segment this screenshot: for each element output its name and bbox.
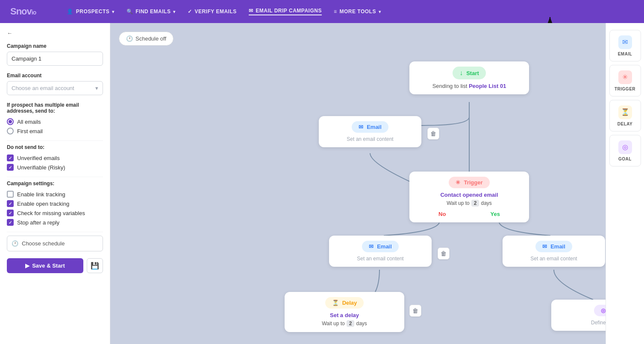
panel-delay[interactable]: ⏳ DELAY: [609, 100, 641, 131]
panel-email[interactable]: ✉ EMAIL: [609, 30, 641, 61]
email1-header: ✉ Email: [352, 121, 388, 133]
email2-subtext: Set an email content: [336, 256, 425, 262]
start-title: Start: [466, 70, 479, 76]
start-subtext: Sending to list People List 01: [416, 83, 522, 89]
sending-to-text: Sending to list: [432, 83, 468, 89]
email-node-1[interactable]: ✉ Email Set an email content: [319, 116, 421, 147]
sidebar: ← Campaign name Email account Choose an …: [0, 23, 110, 344]
divider-3: [7, 232, 103, 232]
missing-vars-checkbox[interactable]: ✓: [7, 210, 14, 216]
delete-email2-button[interactable]: 🗑: [438, 248, 450, 259]
all-emails-radio[interactable]: [7, 118, 14, 125]
do-not-send-title: Do not send to:: [7, 144, 103, 150]
delete-delay-button[interactable]: 🗑: [409, 305, 421, 317]
delay-wait: Wait up to 2 days: [291, 320, 397, 327]
back-arrow-icon: ←: [7, 30, 12, 36]
trigger-header: ✳ Trigger: [449, 177, 489, 188]
all-emails-label: All emails: [17, 119, 41, 125]
start-node[interactable]: ↓ Start Sending to list People List 01: [409, 61, 529, 94]
first-email-label: First email: [17, 128, 43, 134]
link-tracking-checkbox[interactable]: [7, 191, 14, 198]
trigger-node[interactable]: ✳ Trigger Contact opened email Wait up t…: [409, 172, 529, 222]
nav-prospects-label: PROSPECTS: [76, 9, 110, 15]
delay-node[interactable]: ⏳ Delay Set a delay Wait up to 2 days: [285, 292, 404, 332]
schedule-label: Choose schedule: [22, 240, 65, 247]
email1-subtext: Set an email content: [326, 136, 415, 142]
trigger-branches: No Yes: [416, 211, 522, 217]
stop-reply-checkbox[interactable]: ✓: [7, 219, 14, 226]
play-icon: ▶: [25, 262, 29, 269]
stop-reply-option[interactable]: ✓ Stop after a reply: [7, 219, 103, 226]
goal-node[interactable]: ◎ Goal Define goal name: [551, 300, 606, 331]
nav-drip-campaigns[interactable]: ✉ EMAIL DRIP CAMPAIGNS: [249, 8, 322, 15]
delay-title: Set a delay: [291, 312, 397, 318]
email-node-2[interactable]: ✉ Email Set an email content: [329, 236, 432, 267]
divider-2: [7, 177, 103, 177]
campaign-settings-title: Campaign settings:: [7, 181, 103, 187]
panel-trigger[interactable]: ✳ TRIGGER: [609, 65, 641, 96]
goal-subtext: Define goal name: [558, 320, 606, 326]
unverifiable-option[interactable]: ✓ Unverifiable (Risky): [7, 164, 103, 171]
panel-trigger-label: TRIGGER: [615, 87, 635, 91]
wait-days: 2: [471, 200, 479, 207]
campaign-name-input[interactable]: [7, 52, 103, 66]
email-icon: ✉: [249, 8, 253, 14]
do-not-send-options: ✓ Unverified emails ✓ Unverifiable (Risk…: [7, 155, 103, 171]
first-email-option[interactable]: First email: [7, 128, 103, 134]
email2-header: ✉ Email: [362, 241, 399, 252]
check-icon: ✓: [188, 9, 192, 15]
unverified-option[interactable]: ✓ Unverified emails: [7, 155, 103, 161]
email3-subtext: Set an email content: [509, 256, 598, 262]
nav-find-emails[interactable]: 🔍 FIND EMAILS ▾: [126, 8, 176, 15]
email-node-3[interactable]: ✉ Email Set an email content: [503, 236, 605, 267]
all-emails-option[interactable]: All emails: [7, 118, 103, 125]
campaign-name-label: Campaign name: [7, 43, 103, 49]
main-layout: ← Campaign name Email account Choose an …: [0, 23, 644, 344]
save-start-button[interactable]: ▶ Save & Start: [7, 258, 83, 273]
unverifiable-checkbox[interactable]: ✓: [7, 164, 14, 171]
email3-header: ✉ Email: [535, 241, 572, 252]
email-send-options: All emails First email: [7, 118, 103, 134]
open-tracking-option[interactable]: ✓ Enable open tracking: [7, 200, 103, 207]
delay-wait-label: Wait up to: [322, 321, 345, 327]
logo-main: Snov: [10, 6, 32, 17]
nav-verify-label: VERIFY EMAILS: [194, 9, 236, 15]
save-icon-button[interactable]: 💾: [87, 258, 103, 273]
stop-reply-label: Stop after a reply: [17, 219, 59, 226]
floppy-disk-icon: 💾: [91, 262, 99, 270]
choose-schedule-button[interactable]: 🕐 Choose schedule: [7, 236, 103, 251]
panel-trigger-icon: ✳: [618, 70, 632, 84]
open-tracking-checkbox[interactable]: ✓: [7, 200, 14, 207]
chevron-down-icon: ▾: [173, 9, 176, 14]
nav-find-emails-label: FIND EMAILS: [135, 9, 171, 15]
canvas: 🕐 Schedule off ↓ Start: [110, 23, 606, 344]
nav-more-tools[interactable]: ≡ MORE TOOLS ▾: [334, 8, 381, 15]
nav-items: 👤 PROSPECTS ▾ 🔍 FIND EMAILS ▾ ✓ VERIFY E…: [67, 8, 381, 15]
email-account-select[interactable]: Choose an email account ▾: [7, 81, 103, 95]
panel-goal-icon: ◎: [618, 140, 632, 154]
missing-vars-option[interactable]: ✓ Check for missing variables: [7, 210, 103, 216]
trigger-star-icon: ✳: [456, 179, 460, 186]
first-email-radio[interactable]: [7, 128, 14, 134]
unverified-checkbox[interactable]: ✓: [7, 155, 14, 161]
panel-goal[interactable]: ◎ GOAL: [609, 135, 641, 166]
back-button[interactable]: ←: [7, 30, 103, 36]
email-account-label: Email account: [7, 73, 103, 79]
start-header: ↓ Start: [453, 67, 486, 79]
arrow-down-icon: ↓: [459, 69, 463, 77]
nav-prospects[interactable]: 👤 PROSPECTS ▾: [67, 8, 115, 15]
schedule-off-button[interactable]: 🕐 Schedule off: [119, 32, 173, 46]
campaign-settings-options: Enable link tracking ✓ Enable open track…: [7, 191, 103, 226]
panel-email-icon: ✉: [618, 35, 632, 49]
email-account-placeholder: Choose an email account: [12, 85, 74, 91]
trigger-wait: Wait up to 2 days: [416, 200, 522, 207]
delete-email1-button[interactable]: 🗑: [427, 128, 439, 140]
email-icon: ✉: [359, 124, 363, 130]
divider-1: [7, 140, 103, 141]
logo[interactable]: Snovio: [10, 6, 36, 17]
link-tracking-option[interactable]: Enable link tracking: [7, 191, 103, 198]
nav-verify-emails[interactable]: ✓ VERIFY EMAILS: [188, 8, 237, 15]
save-label: Save & Start: [32, 262, 65, 269]
navbar: Snovio 👤 PROSPECTS ▾ 🔍 FIND EMAILS ▾ ✓ V…: [0, 0, 644, 23]
unverified-label: Unverified emails: [17, 155, 60, 161]
